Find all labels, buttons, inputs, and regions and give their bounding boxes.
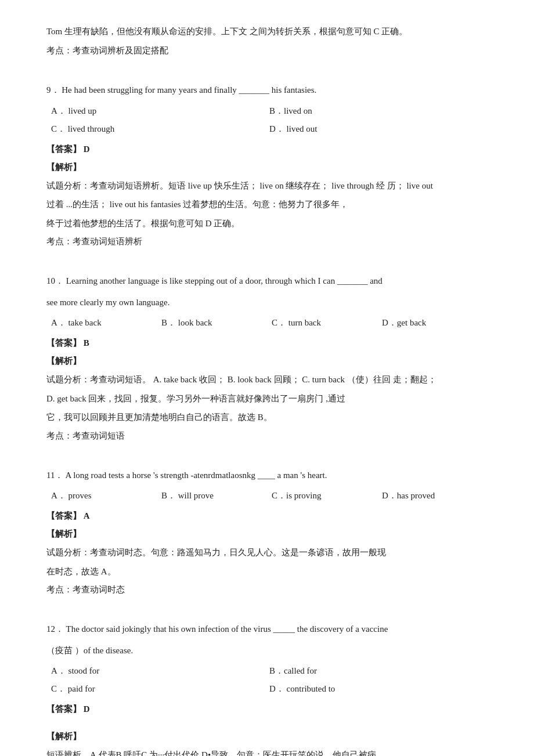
q12-answer: 【答案】 D <box>46 701 488 717</box>
q11-analysis-label: 【解析】 <box>46 526 488 542</box>
q10-answer-label: 【答案】 <box>46 338 81 348</box>
q12-optB: B．called for <box>269 663 488 679</box>
q11-answer-label: 【答案】 <box>46 511 81 520</box>
intro-line1: Tom 生理有缺陷，但他没有顺从命运的安排。上下文 之间为转折关系，根据句意可知… <box>46 23 488 40</box>
q10-optC: C． turn back <box>272 315 359 331</box>
q10-analysis2: D. get back 回来，找回，报复。学习另外一种语言就好像跨出了一扇房门 … <box>46 390 488 407</box>
q12-analysis1: 短语辨析。A.代表B.呼吁C.为···付出代价 D•导致。句意：医生开玩笑的说，… <box>46 747 488 756</box>
question-12: 12． The doctor said jokingly that his ow… <box>46 621 488 756</box>
q12-optC: C． paid for <box>51 681 269 697</box>
q10-text2: see more clearly my own language. <box>46 294 488 311</box>
q10-body: Learning another language is like steppi… <box>66 276 383 285</box>
q11-text: 11． A long road tests a horse 's strengt… <box>46 467 488 484</box>
q10-answer: 【答案】 B <box>46 335 488 351</box>
q11-analysis2: 在时态，故选 A。 <box>46 563 488 580</box>
q12-body: The doctor said jokingly that his own in… <box>66 624 388 634</box>
q12-optA: A． stood for <box>51 663 269 679</box>
q9-answer: 【答案】 D <box>46 142 488 157</box>
q12-options: A． stood for B．called for C． paid for D．… <box>46 663 488 697</box>
question-9: 9． He had been struggling for many years… <box>46 82 488 249</box>
q11-body: A long road tests a horse 's strength -a… <box>65 471 327 480</box>
q9-optA: A． lived up <box>51 103 269 119</box>
q10-kaodian: 考点：考查动词短语 <box>46 428 488 444</box>
intro-line2: 考点：考查动词辨析及固定搭配 <box>46 42 488 59</box>
q12-text: 12． The doctor said jokingly that his ow… <box>46 621 488 638</box>
q9-answer-label: 【答案】 <box>46 144 81 154</box>
q11-options: A． proves B． will prove C．is proving D．h… <box>46 488 488 504</box>
q10-optD: D．get back <box>382 315 469 331</box>
question-10: 10． Learning another language is like st… <box>46 273 488 444</box>
q10-text: 10． Learning another language is like st… <box>46 273 488 290</box>
intro-section: Tom 生理有缺陷，但他没有顺从命运的安排。上下文 之间为转折关系，根据句意可知… <box>46 23 488 59</box>
q11-answer: 【答案】 A <box>46 508 488 524</box>
q12-answer-label: 【答案】 <box>46 704 81 714</box>
q9-analysis3: 终于过着他梦想的生活了。根据句意可知 D 正确。 <box>46 215 488 232</box>
q9-analysis2: 过着 ...的生活； live out his fantasies 过着梦想的生… <box>46 196 488 213</box>
q12-number: 12． <box>46 624 64 634</box>
q11-kaodian: 考点：考查动词时态 <box>46 582 488 598</box>
q11-number: 11． <box>46 471 63 480</box>
q9-optC: C． lived through <box>51 121 269 137</box>
q10-analysis-label: 【解析】 <box>46 353 488 369</box>
q9-analysis1: 试题分析：考查动词短语辨析。短语 live up 快乐生活； live on 继… <box>46 178 488 194</box>
q9-kaodian: 考点：考查动词短语辨析 <box>46 234 488 249</box>
q11-optD: D．has proved <box>382 488 469 504</box>
q10-analysis3: 它，我可以回顾并且更加清楚地明白自己的语言。故选 B。 <box>46 409 488 426</box>
q10-optB: B． look back <box>161 315 248 331</box>
q10-answer-value: B <box>84 338 89 348</box>
q12-answer-value: D <box>84 704 90 714</box>
q10-optA: A． take back <box>51 315 138 331</box>
q11-optA: A． proves <box>51 488 138 504</box>
q9-answer-value: D <box>84 144 90 154</box>
q10-number: 10． <box>46 276 64 285</box>
question-11: 11． A long road tests a horse 's strengt… <box>46 467 488 598</box>
q9-number: 9． <box>46 85 60 95</box>
q12-analysis-label: 【解析】 <box>46 729 488 744</box>
q11-answer-value: A <box>84 511 90 520</box>
q11-analysis1: 试题分析：考查动词时态。句意：路遥知马力，日久见人心。这是一条谚语，故用一般现 <box>46 544 488 561</box>
q11-optB: B． will prove <box>161 488 248 504</box>
q10-analysis1: 试题分析：考查动词短语。 A. take back 收回； B. look ba… <box>46 371 488 388</box>
q12-optD: D． contributed to <box>269 681 488 697</box>
q9-options: A． lived up B．lived on C． lived through … <box>46 103 488 137</box>
q9-optB: B．lived on <box>269 103 488 119</box>
q9-analysis-label: 【解析】 <box>46 160 488 175</box>
q9-optD: D． lived out <box>269 121 488 137</box>
q9-text: 9． He had been struggling for many years… <box>46 82 488 99</box>
q12-text2: （疫苗 ）of the disease. <box>46 642 488 659</box>
q9-body: He had been struggling for many years an… <box>62 85 316 95</box>
q11-optC: C．is proving <box>272 488 359 504</box>
q10-options: A． take back B． look back C． turn back D… <box>46 315 488 331</box>
